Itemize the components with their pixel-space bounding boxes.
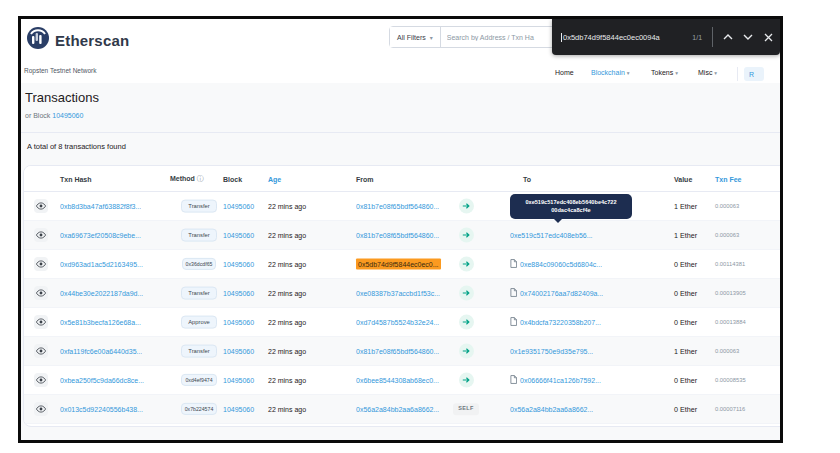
table-row: 0xbea250f5c9da66dc8ce... 0xd4ef9474 1049… bbox=[24, 366, 783, 395]
col-header-age[interactable]: Age bbox=[268, 175, 281, 182]
method-cell: Transfer bbox=[170, 345, 228, 358]
brand-name: Etherscan bbox=[55, 32, 129, 49]
col-header-from: From bbox=[356, 175, 374, 182]
page-body: Transactions or Block 10495060 A total o… bbox=[21, 83, 780, 440]
close-icon[interactable] bbox=[760, 29, 776, 45]
direction-cell: SELF bbox=[448, 344, 484, 359]
block-link[interactable]: 10495060 bbox=[223, 406, 254, 413]
direction-cell: SELF bbox=[448, 257, 484, 272]
eye-icon[interactable] bbox=[34, 373, 48, 387]
from-address-link[interactable]: 0x81b7e08f65bdf564860... bbox=[356, 232, 439, 239]
from-address-link[interactable]: 0xe08387b37accbd1f53c... bbox=[356, 290, 440, 297]
method-badge: 0x36dcdf65 bbox=[182, 258, 217, 270]
browser-find-bar: 0x5db74d9f5844ec0ec0094a 1/1 bbox=[552, 19, 780, 55]
txn-fee-text: 0.000063 bbox=[715, 203, 739, 209]
table-row: 0xb8d3ba47af63882f8f3... Transfer 104950… bbox=[24, 192, 783, 221]
chevron-down-icon: ▾ bbox=[430, 34, 433, 41]
tooltip-caret bbox=[554, 219, 562, 227]
table-body: 0xb8d3ba47af63882f8f3... Transfer 104950… bbox=[24, 192, 783, 424]
to-address-link[interactable]: 0x1e9351750e9d35e795... bbox=[510, 348, 593, 355]
contract-icon bbox=[510, 259, 517, 269]
to-address-link[interactable]: 0x4bdcfa73220358b207... bbox=[520, 319, 601, 326]
table-row: 0xfa119fc6e00a6440d35... Transfer 104950… bbox=[24, 337, 783, 366]
chevron-up-icon[interactable] bbox=[720, 29, 736, 45]
transactions-summary: A total of 8 transactions found bbox=[27, 142, 126, 151]
arrow-right-icon bbox=[459, 373, 474, 388]
table-header-row: Txn Hash Method ⓘ Block Age From To Valu… bbox=[24, 166, 783, 192]
txn-hash-link[interactable]: 0x5e81b3becfa126e68a... bbox=[60, 319, 141, 326]
age-text: 22 mins ago bbox=[268, 406, 306, 413]
txn-fee-text: 0.00007116 bbox=[715, 406, 745, 412]
to-address-link[interactable]: 0xe884c09060c5d6804c... bbox=[520, 261, 602, 268]
find-query-input[interactable]: 0x5db74d9f5844ec0ec0094a bbox=[561, 33, 688, 42]
eye-icon[interactable] bbox=[34, 257, 48, 271]
block-number-link[interactable]: 10495060 bbox=[52, 112, 83, 119]
network-label: Ropsten Testnet Network bbox=[24, 67, 97, 74]
txn-hash-link[interactable]: 0x44be30e2022187da9d... bbox=[60, 290, 143, 297]
txn-hash-link[interactable]: 0xbea250f5c9da66dc8ce... bbox=[60, 377, 144, 384]
age-text: 22 mins ago bbox=[268, 232, 306, 239]
from-address-link[interactable]: 0x5db74d9f5844ec0ec0... bbox=[356, 259, 441, 270]
block-link[interactable]: 10495060 bbox=[223, 290, 254, 297]
block-link[interactable]: 10495060 bbox=[223, 203, 254, 210]
value-text: 0 Ether bbox=[674, 260, 697, 269]
eye-icon[interactable] bbox=[34, 315, 48, 329]
from-address-link[interactable]: 0xd7d4587b5524b32e24... bbox=[356, 319, 439, 326]
txn-hash-link[interactable]: 0xb8d3ba47af63882f8f3... bbox=[60, 203, 141, 210]
age-text: 22 mins ago bbox=[268, 261, 306, 268]
from-address-link[interactable]: 0x56a2a84bb2aa6a8662... bbox=[356, 406, 439, 413]
block-link[interactable]: 10495060 bbox=[223, 261, 254, 268]
eye-icon[interactable] bbox=[34, 199, 48, 213]
eye-icon[interactable] bbox=[34, 344, 48, 358]
eye-icon[interactable] bbox=[34, 286, 48, 300]
block-link[interactable]: 10495060 bbox=[223, 319, 254, 326]
to-address-link[interactable]: 0x56a2a84bb2aa6a8662... bbox=[510, 406, 593, 413]
from-address-link[interactable]: 0x81b7e08f65bdf564860... bbox=[356, 203, 439, 210]
to-address-link[interactable]: 0xe519c517edc408eb56... bbox=[510, 232, 593, 239]
from-address-link[interactable]: 0x6bee8544308ab68ec0... bbox=[356, 377, 439, 384]
txn-hash-link[interactable]: 0xfa119fc6e00a6440d35... bbox=[60, 348, 142, 355]
method-cell: 0xd4ef9474 bbox=[170, 374, 228, 386]
etherscan-logo[interactable]: Etherscan bbox=[26, 26, 129, 54]
txn-hash-link[interactable]: 0x013c5d92240556b438... bbox=[60, 406, 143, 413]
to-address-link[interactable]: 0x74002176aa7d82409a... bbox=[520, 290, 603, 297]
table-row: 0xa69673ef20508c9ebe... Transfer 1049506… bbox=[24, 221, 783, 250]
network-switcher-button[interactable]: R bbox=[744, 67, 764, 81]
col-header-block: Block bbox=[223, 175, 242, 182]
block-link[interactable]: 10495060 bbox=[223, 232, 254, 239]
method-cell: Transfer bbox=[170, 287, 228, 300]
method-cell: 0x36dcdf65 bbox=[170, 258, 228, 270]
direction-cell: SELF bbox=[448, 373, 484, 388]
method-badge: 0xd4ef9474 bbox=[181, 374, 216, 386]
col-header-txn-fee[interactable]: Txn Fee bbox=[715, 175, 741, 182]
method-cell: 0x7b224574 bbox=[170, 403, 228, 415]
method-cell: Transfer bbox=[170, 229, 228, 242]
nav-misc[interactable]: Misc ▾ bbox=[698, 69, 717, 76]
from-address-link[interactable]: 0x81b7e08f65bdf564860... bbox=[356, 348, 439, 355]
contract-icon bbox=[510, 317, 517, 327]
nav-tokens[interactable]: Tokens ▾ bbox=[651, 69, 678, 76]
to-address-link[interactable]: 0x06666f41ca126b7592... bbox=[520, 377, 601, 384]
to-cell: 0x4bdcfa73220358b207... bbox=[510, 317, 601, 327]
txn-fee-text: 0.000063 bbox=[715, 232, 739, 238]
method-badge: Transfer bbox=[181, 229, 216, 242]
block-subtitle: or Block 10495060 bbox=[25, 112, 83, 119]
all-filters-dropdown[interactable]: All Filters ▾ bbox=[390, 27, 441, 47]
txn-hash-link[interactable]: 0xa69673ef20508c9ebe... bbox=[60, 232, 141, 239]
block-link[interactable]: 10495060 bbox=[223, 377, 254, 384]
arrow-right-icon bbox=[459, 286, 474, 301]
block-link[interactable]: 10495060 bbox=[223, 348, 254, 355]
nav-blockchain[interactable]: Blockchain ▾ bbox=[591, 69, 630, 76]
arrow-right-icon bbox=[459, 344, 474, 359]
eye-icon[interactable] bbox=[34, 228, 48, 242]
method-badge: 0x7b224574 bbox=[181, 403, 218, 415]
arrow-right-icon bbox=[459, 199, 474, 214]
info-icon[interactable]: ⓘ bbox=[197, 175, 204, 182]
nav-home[interactable]: Home bbox=[555, 69, 574, 76]
chevron-down-icon: ▾ bbox=[714, 70, 717, 76]
txn-hash-link[interactable]: 0xd963ad1ac5d2163495... bbox=[60, 261, 143, 268]
chevron-down-icon[interactable] bbox=[740, 29, 756, 45]
value-text: 0 Ether bbox=[674, 289, 697, 298]
eye-icon[interactable] bbox=[34, 402, 48, 416]
table-row: 0xd963ad1ac5d2163495... 0x36dcdf65 10495… bbox=[24, 250, 783, 279]
